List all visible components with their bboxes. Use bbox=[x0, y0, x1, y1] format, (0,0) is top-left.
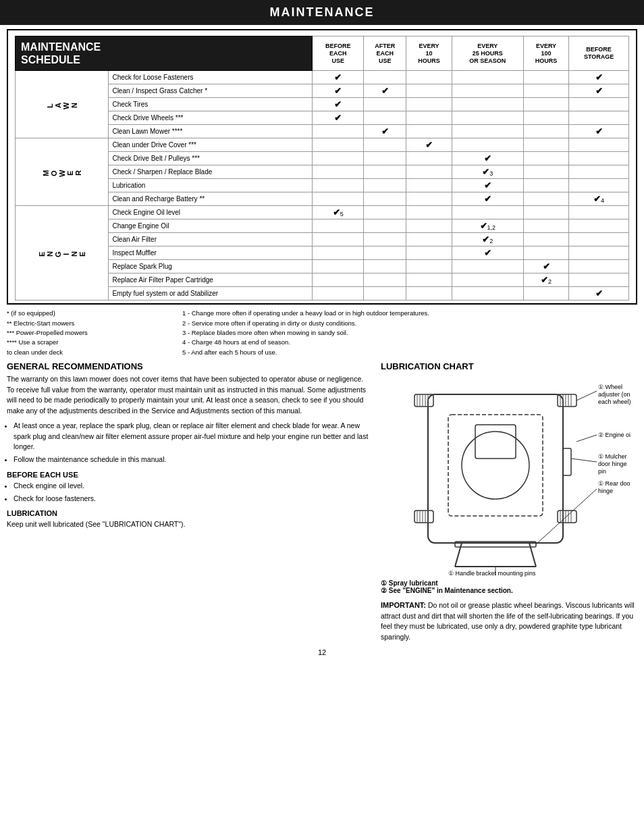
check-cell bbox=[364, 98, 406, 111]
svg-text:pin: pin bbox=[598, 468, 606, 475]
svg-text:hinge: hinge bbox=[598, 488, 613, 494]
footnote-right-item: 5 - And after each 5 hours of use. bbox=[182, 348, 637, 357]
lub-chart-diagram: ① Wheel adjuster (on each wheel) ② Engin… bbox=[381, 374, 637, 577]
schedule-heading: MAINTENANCESCHEDULE bbox=[16, 36, 313, 71]
check-cell bbox=[523, 233, 568, 246]
footnotes-left: * (if so equipped)** Electric-Start mowe… bbox=[7, 309, 182, 357]
task-name: Check for Loose Fasteners bbox=[109, 71, 313, 84]
footnote-left-item: to clean under deck bbox=[7, 348, 176, 357]
footnote-right-item: 1 - Change more often if operating under… bbox=[182, 309, 637, 317]
gen-rec-body: The warranty on this lawn mower does not… bbox=[7, 374, 370, 417]
check-cell bbox=[364, 192, 406, 206]
task-name: Replace Air Filter Paper Cartridge bbox=[109, 273, 313, 287]
task-name: Check Drive Belt / Pulleys *** bbox=[109, 152, 313, 165]
footnote-left-item: *** Power-Propelled mowers bbox=[7, 328, 176, 337]
section-label: MOWER bbox=[16, 138, 109, 206]
check-cell bbox=[452, 98, 523, 111]
check-cell bbox=[406, 152, 452, 165]
check-cell bbox=[452, 111, 523, 125]
col-before-storage: BEFORESTORAGE bbox=[569, 36, 629, 71]
check-cell bbox=[523, 71, 568, 84]
task-name: Change Engine Oil bbox=[109, 219, 313, 233]
check-cell: ✔ bbox=[452, 192, 523, 206]
check-cell: ✔ bbox=[312, 84, 363, 98]
check-cell: ✔ bbox=[569, 287, 629, 301]
task-name: Check Drive Wheels *** bbox=[109, 111, 313, 125]
footnote-right-item: 2 - Service more often if operating in d… bbox=[182, 319, 637, 328]
check-cell: ✔ bbox=[406, 138, 452, 152]
check-cell bbox=[569, 260, 629, 273]
check-cell bbox=[523, 125, 568, 138]
check-cell bbox=[523, 246, 568, 260]
col-before-each-use: BEFOREEACHUSE bbox=[312, 36, 363, 71]
check-cell bbox=[569, 273, 629, 287]
check-cell bbox=[569, 98, 629, 111]
check-cell bbox=[364, 138, 406, 152]
svg-line-39 bbox=[571, 459, 597, 462]
svg-line-43 bbox=[536, 489, 597, 544]
before-each-use-bullet: Check for loose fasteners. bbox=[14, 494, 370, 504]
svg-text:① Rear door: ① Rear door bbox=[598, 480, 630, 487]
svg-line-33 bbox=[576, 391, 597, 400]
check-cell bbox=[523, 98, 568, 111]
lub-note-1: ① Spray lubricant ② See "ENGINE" in Main… bbox=[381, 579, 637, 594]
check-cell bbox=[312, 287, 363, 301]
check-cell: ✔ bbox=[452, 152, 523, 165]
task-name: Clean Air Filter bbox=[109, 233, 313, 246]
check-cell bbox=[452, 125, 523, 138]
check-cell bbox=[406, 233, 452, 246]
svg-text:① Mulcher: ① Mulcher bbox=[598, 453, 627, 460]
gen-rec-bullet: Follow the maintenance schedule in this … bbox=[14, 454, 370, 465]
check-cell: ✔ bbox=[569, 125, 629, 138]
lubrication-body: Keep unit well lubricated (See "LUBRICAT… bbox=[7, 519, 370, 530]
check-cell bbox=[406, 273, 452, 287]
check-cell bbox=[364, 152, 406, 165]
svg-text:door hinge: door hinge bbox=[598, 461, 627, 467]
check-cell bbox=[364, 260, 406, 273]
general-recommendations: GENERAL RECOMMENDATIONS The warranty on … bbox=[7, 361, 370, 643]
check-cell bbox=[312, 246, 363, 260]
maintenance-schedule-section: MAINTENANCESCHEDULE BEFOREEACHUSE AFTERE… bbox=[7, 29, 637, 305]
check-cell bbox=[523, 192, 568, 206]
task-name: Empty fuel system or add Stabilizer bbox=[109, 287, 313, 301]
before-each-use-bullets: Check engine oil level.Check for loose f… bbox=[14, 481, 370, 504]
svg-text:each wheel): each wheel) bbox=[598, 398, 630, 405]
footnotes-section: * (if so equipped)** Electric-Start mowe… bbox=[7, 309, 637, 357]
check-cell: ✔ bbox=[452, 179, 523, 192]
check-cell bbox=[312, 260, 363, 273]
check-cell bbox=[312, 233, 363, 246]
check-cell: ✔ bbox=[312, 111, 363, 125]
footnotes-right: 1 - Change more often if operating under… bbox=[182, 309, 637, 357]
lub-chart-heading: LUBRICATION CHART bbox=[381, 361, 637, 371]
svg-rect-30 bbox=[475, 425, 516, 459]
check-cell bbox=[452, 273, 523, 287]
check-cell: ✔ bbox=[452, 246, 523, 260]
gen-rec-bullet: At least once a year, replace the spark … bbox=[14, 421, 370, 452]
check-cell bbox=[364, 273, 406, 287]
task-name: Inspect Muffler bbox=[109, 246, 313, 260]
check-cell bbox=[523, 287, 568, 301]
check-cell: ✔3 bbox=[452, 165, 523, 179]
check-cell: ✔1,2 bbox=[452, 219, 523, 233]
check-cell bbox=[406, 125, 452, 138]
col-every-100: EVERY100HOURS bbox=[523, 36, 568, 71]
svg-text:① Handle bracket mounting pins: ① Handle bracket mounting pins bbox=[448, 570, 536, 577]
check-cell bbox=[406, 98, 452, 111]
lubrication-heading: LUBRICATION bbox=[7, 509, 370, 517]
check-cell: ✔ bbox=[523, 260, 568, 273]
check-cell bbox=[452, 138, 523, 152]
check-cell bbox=[364, 246, 406, 260]
check-cell bbox=[406, 84, 452, 98]
check-cell bbox=[312, 273, 363, 287]
task-name: Check Engine Oil level bbox=[109, 206, 313, 219]
lub-chart-svg: ① Wheel adjuster (on each wheel) ② Engin… bbox=[387, 374, 630, 577]
check-cell bbox=[312, 179, 363, 192]
check-cell bbox=[523, 179, 568, 192]
check-cell bbox=[523, 138, 568, 152]
check-cell: ✔2 bbox=[452, 233, 523, 246]
col-after-each-use: AFTEREACHUSE bbox=[364, 36, 406, 71]
svg-line-37 bbox=[576, 435, 597, 442]
check-cell bbox=[364, 165, 406, 179]
check-cell bbox=[406, 260, 452, 273]
check-cell bbox=[406, 219, 452, 233]
